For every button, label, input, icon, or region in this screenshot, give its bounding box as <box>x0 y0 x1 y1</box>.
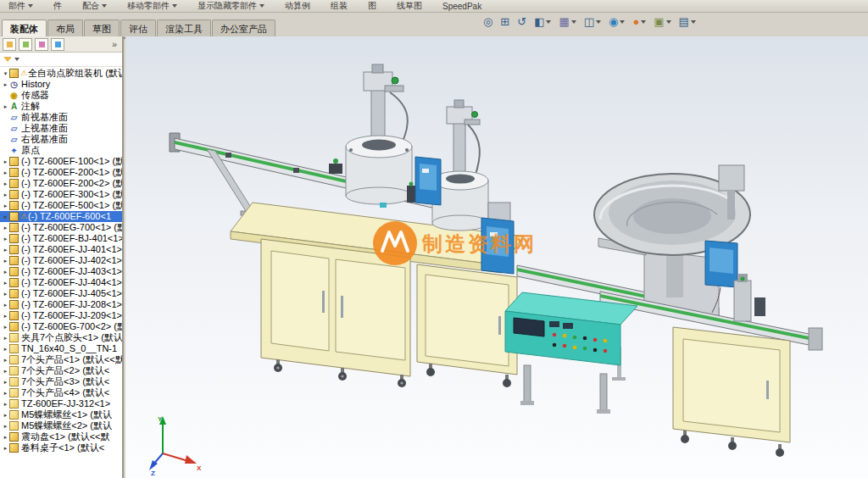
expand-arrow-icon[interactable]: ▸ <box>2 376 9 387</box>
tree-item[interactable]: ▸M5蝶螺螺丝<1> (默认 <box>0 409 122 420</box>
filter-icon[interactable] <box>3 57 12 62</box>
tree-item[interactable]: ▸夹具7个点胶头<1> (默认 <box>0 332 122 343</box>
expand-arrow-icon[interactable]: ▸ <box>2 255 9 266</box>
tree-item[interactable]: ▾⚠全自动点胶组装机 (默认< <box>0 68 122 79</box>
tree-item[interactable]: ▸(-) TZ-600EF-300<1> (默 <box>0 189 122 200</box>
tree-item[interactable]: ▸(-) TZ-600EF-100<1> (默 <box>0 156 122 167</box>
expand-arrow-icon[interactable]: ▸ <box>2 387 9 398</box>
display-style-icon[interactable]: ◫ <box>584 16 601 27</box>
tree-item[interactable]: ▸(-) TZ-600EF-200<1> (默 <box>0 167 122 178</box>
expand-arrow-icon[interactable]: ▸ <box>2 442 9 453</box>
expand-arrow-icon[interactable]: ▸ <box>2 200 9 211</box>
tree-item[interactable]: ▸⚠(-) TZ-600EF-600<1 <box>0 211 122 222</box>
hide-show-items-icon[interactable]: ◉ <box>609 16 625 27</box>
expand-arrow-icon[interactable]: ▸ <box>2 277 9 288</box>
configurationmanager-tab-icon[interactable] <box>35 38 48 51</box>
expand-arrow-icon[interactable]: ▸ <box>2 189 9 200</box>
toolbar-button[interactable]: 图 <box>368 0 376 12</box>
ribbon-tab-办公室产品[interactable]: 办公室产品 <box>212 19 275 37</box>
tree-item[interactable]: ◉传感器 <box>0 90 122 101</box>
glue-dispenser-station-left[interactable] <box>346 64 412 204</box>
tree-item[interactable]: ▸(-) TZ-600EF-JJ-208<1> <box>0 299 122 310</box>
tree-item[interactable]: ▸(-) TZ-600EF-BJ-401<1> <box>0 233 122 244</box>
tree-item[interactable]: ▱前视基准面 <box>0 112 122 123</box>
tree-item[interactable]: ▱上视基准面 <box>0 123 122 134</box>
tree-item[interactable]: ▸M5蝶螺螺丝<2> (默认 <box>0 420 122 431</box>
expand-arrow-icon[interactable]: ▸ <box>2 211 9 222</box>
tree-item[interactable]: ▸A注解 <box>0 101 122 112</box>
expand-arrow-icon[interactable]: ▸ <box>2 299 9 310</box>
toolbar-button[interactable]: 线草图 <box>397 0 422 12</box>
right-cabinet[interactable] <box>673 327 790 457</box>
edit-appearance-icon[interactable]: ● <box>632 16 646 27</box>
toolbar-button[interactable]: 显示隐藏零部件 <box>198 0 264 12</box>
tree-item[interactable]: ▸(-) TZ-600EF-JJ-404<1> <box>0 277 122 288</box>
featuremanager-tab-icon[interactable] <box>3 38 16 51</box>
zoom-area-icon[interactable]: ⊞ <box>500 16 509 27</box>
expand-arrow-icon[interactable]: ▸ <box>2 431 9 442</box>
zoom-fit-icon[interactable]: ◎ <box>483 16 492 27</box>
expand-arrow-icon[interactable]: ▸ <box>2 101 9 112</box>
propertymanager-tab-icon[interactable] <box>19 38 32 51</box>
tree-item[interactable]: ▸卷料桌子<1> (默认< <box>0 442 122 453</box>
expand-arrow-icon[interactable]: ▸ <box>2 244 9 255</box>
tree-item[interactable]: ▸(-) TZ-600EG-700<2> (默 <box>0 321 122 332</box>
apply-scene-icon[interactable]: ▣ <box>654 16 670 27</box>
ribbon-tab-评估[interactable]: 评估 <box>120 19 156 37</box>
machine-assembly-view[interactable]: 制造资料网 Y X Z <box>125 36 868 478</box>
tree-item[interactable]: ▸7个头产品<2> (默认< <box>0 365 122 376</box>
filter-caret-icon[interactable] <box>14 58 19 61</box>
expand-arrow-icon[interactable]: ▸ <box>2 409 9 420</box>
previous-view-icon[interactable]: ↺ <box>517 16 526 27</box>
ribbon-tab-布局[interactable]: 布局 <box>47 19 83 37</box>
controller-box-blue-left[interactable] <box>415 157 441 205</box>
tree-item[interactable]: ▱右视基准面 <box>0 134 122 145</box>
expand-arrow-icon[interactable]: ▸ <box>2 288 9 299</box>
expand-arrow-icon[interactable]: ▾ <box>2 68 9 79</box>
expand-arrow-icon[interactable]: ▸ <box>2 321 9 332</box>
toolbar-button[interactable]: 配合 <box>82 0 107 12</box>
tree-item[interactable]: ▸(-) TZ-600EF-JJ-403<1> <box>0 266 122 277</box>
expand-arrow-icon[interactable]: ▸ <box>2 310 9 321</box>
middle-cabinet[interactable] <box>417 264 517 387</box>
tree-item[interactable]: ▸TZ-600EF-JJ-312<1> <box>0 398 122 409</box>
expand-arrow-icon[interactable]: ▸ <box>2 420 9 431</box>
tree-item[interactable]: ▸(-) TZ-600EF-JJ-405<1> <box>0 288 122 299</box>
expand-arrow-icon[interactable]: ▸ <box>2 178 9 189</box>
section-view-icon[interactable]: ◧ <box>534 16 551 27</box>
expand-arrow-icon[interactable]: ▸ <box>2 79 9 90</box>
toolbar-button[interactable]: 动算例 <box>285 0 310 12</box>
tree-item[interactable]: ▸7个头产品<1> (默认<<默 <box>0 354 122 365</box>
toolbar-button[interactable]: 组装 <box>331 0 348 12</box>
graphics-viewport[interactable]: 制造资料网 Y X Z <box>125 36 868 478</box>
expand-arrow-icon[interactable]: ▸ <box>2 156 9 167</box>
panel-collapse-button[interactable]: » <box>112 39 120 49</box>
expand-arrow-icon[interactable]: ▸ <box>2 222 9 233</box>
tree-item[interactable]: ▸(-) TZ-600EF-JJ-401<1> <box>0 244 122 255</box>
toolbar-button[interactable]: 部件 <box>8 0 33 12</box>
view-orientation-icon[interactable]: ▦ <box>559 16 576 27</box>
displaymanager-tab-icon[interactable] <box>51 38 64 51</box>
toolbar-button[interactable]: SpeedPak <box>442 2 481 11</box>
tree-item[interactable]: ▸◷History <box>0 79 122 90</box>
ribbon-tab-渲染工具[interactable]: 渲染工具 <box>157 19 211 37</box>
tree-item[interactable]: ▸(-) TZ-600EF-JJ-402<1> <box>0 255 122 266</box>
expand-arrow-icon[interactable]: ▸ <box>2 233 9 244</box>
view-settings-icon[interactable]: ▤ <box>679 16 696 27</box>
toolbar-button[interactable]: 移动零部件 <box>127 0 177 12</box>
expand-arrow-icon[interactable]: ▸ <box>2 332 9 343</box>
expand-arrow-icon[interactable]: ▸ <box>2 365 9 376</box>
expand-arrow-icon[interactable]: ▸ <box>2 167 9 178</box>
tree-item[interactable]: ⌖原点 <box>0 145 122 156</box>
tree-item[interactable]: ▸(-) TZ-600EF-200<2> (默 <box>0 178 122 189</box>
control-console[interactable] <box>505 292 637 414</box>
expand-arrow-icon[interactable]: ▸ <box>2 354 9 365</box>
expand-arrow-icon[interactable]: ▸ <box>2 266 9 277</box>
toolbar-button[interactable]: 件 <box>53 0 62 12</box>
tree-item[interactable]: ▸7个头产品<4> (默认< <box>0 387 122 398</box>
tree-item[interactable]: ▸7个头产品<3> (默认< <box>0 376 122 387</box>
ribbon-tab-装配体[interactable]: 装配体 <box>2 19 47 37</box>
expand-arrow-icon[interactable]: ▸ <box>2 398 9 409</box>
tree-item[interactable]: ▸TN_16x40_S_0__TN-1 <box>0 343 122 354</box>
ribbon-tab-草图[interactable]: 草图 <box>84 19 120 37</box>
